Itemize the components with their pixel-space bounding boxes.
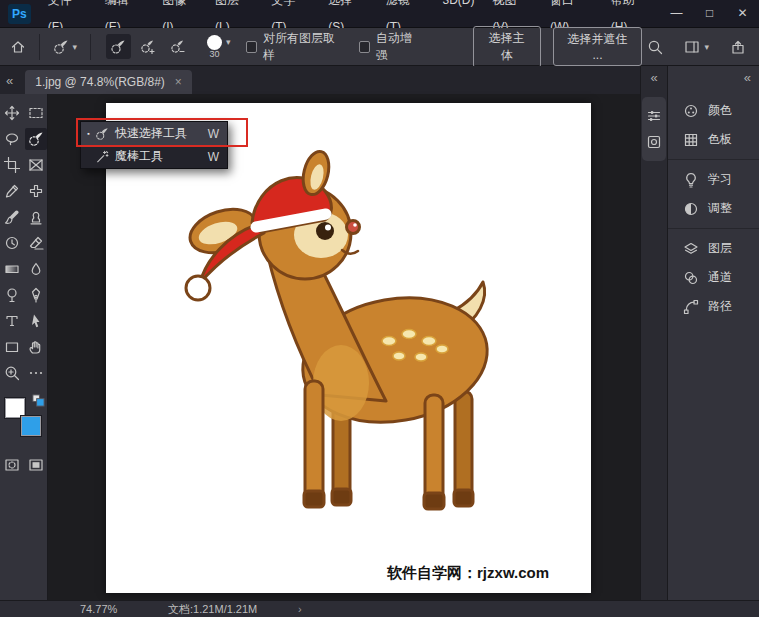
zoom-level[interactable]: 74.77% <box>80 601 117 617</box>
minimize-button[interactable]: — <box>660 0 693 27</box>
healing-brush-tool[interactable] <box>25 180 47 202</box>
edit-toolbar-button[interactable] <box>25 362 47 384</box>
home-button[interactable] <box>7 34 30 60</box>
select-subject-button[interactable]: 选择主体 <box>473 26 541 68</box>
status-expand-icon[interactable]: › <box>298 601 302 617</box>
frame-icon <box>28 157 44 173</box>
tab-close-icon[interactable]: × <box>175 75 182 89</box>
paths-panel-icon <box>683 299 699 315</box>
history-brush-icon <box>4 235 20 251</box>
share-button[interactable] <box>725 34 751 60</box>
quick-mask-button[interactable] <box>1 454 23 476</box>
close-button[interactable]: ✕ <box>726 0 759 27</box>
layers-panel-icon <box>683 241 699 257</box>
dodge-tool[interactable] <box>1 284 23 306</box>
share-icon <box>730 39 746 55</box>
brush-size-value: 30 <box>207 50 222 59</box>
gradient-tool[interactable] <box>1 258 23 280</box>
flyout-item-shortcut: W <box>208 127 219 141</box>
collapse-panels-icon[interactable]: « <box>744 70 751 85</box>
panel-item-channels[interactable]: 通道 <box>668 263 759 292</box>
blur-drop-icon <box>28 261 44 277</box>
history-brush-tool[interactable] <box>1 232 23 254</box>
marquee-icon <box>28 105 44 121</box>
subtract-from-selection-button[interactable] <box>166 34 191 59</box>
panel-item-layers[interactable]: 图层 <box>668 234 759 263</box>
shape-tool[interactable] <box>1 336 23 358</box>
quick-mask-icon <box>4 457 20 473</box>
workspace-switcher-button[interactable]: ▾ <box>680 36 713 58</box>
auto-enhance-label: 自动增强 <box>376 30 417 64</box>
panel-item-paths[interactable]: 路径 <box>668 292 759 321</box>
eyedropper-tool[interactable] <box>1 180 23 202</box>
watermark-text: 软件自学网：rjzxw.com <box>387 564 549 583</box>
sliders-icon <box>646 108 662 124</box>
clone-stamp-icon <box>28 209 44 225</box>
caret-down-icon: ▾ <box>704 42 709 52</box>
blur-tool[interactable] <box>25 258 47 280</box>
flyout-item-quick-selection[interactable]: ▪ 快速选择工具 W <box>81 122 227 145</box>
options-bar: ▾ ▾ 30 对所有图层取样 自动增强 选择主体 选择并 <box>0 28 759 66</box>
zoom-tool[interactable] <box>1 362 23 384</box>
eraser-tool[interactable] <box>25 232 47 254</box>
magic-wand-icon <box>93 150 111 164</box>
pen-tool[interactable] <box>25 284 47 306</box>
libraries-panel-button[interactable] <box>642 129 666 155</box>
move-tool[interactable] <box>1 102 23 124</box>
expand-panels-icon[interactable]: « <box>641 70 667 85</box>
options-right-group: ▾ <box>642 34 751 60</box>
subtract-from-selection-icon <box>170 39 186 55</box>
background-color-swatch[interactable] <box>21 416 41 436</box>
brush-size-dropdown[interactable]: ▾ 30 <box>207 35 231 59</box>
document-tab-title: 1.jpg @ 74.8%(RGB/8#) <box>35 75 165 89</box>
move-icon <box>4 105 20 121</box>
auto-enhance-checkbox[interactable]: 自动增强 <box>359 30 416 64</box>
gradient-icon <box>4 261 20 277</box>
panel-item-learn[interactable]: 学习 <box>668 165 759 194</box>
hand-tool[interactable] <box>25 336 47 358</box>
flyout-item-label: 魔棒工具 <box>115 148 163 165</box>
tool-preset-dropdown[interactable]: ▾ <box>49 36 82 58</box>
frame-tool[interactable] <box>25 154 47 176</box>
lasso-icon <box>4 131 20 147</box>
hand-icon <box>28 339 44 355</box>
crop-tool[interactable] <box>1 154 23 176</box>
lasso-tool[interactable] <box>1 128 23 150</box>
canvas-area: 软件自学网：rjzxw.com <box>48 94 640 600</box>
collapse-left-icon[interactable]: « <box>6 73 13 88</box>
marquee-tool[interactable] <box>25 102 47 124</box>
quick-selection-icon <box>93 127 111 141</box>
add-to-selection-button[interactable] <box>136 34 161 59</box>
properties-panel-button[interactable] <box>642 103 666 129</box>
default-colors-icon[interactable] <box>32 394 45 410</box>
quick-selection-tool[interactable] <box>25 128 47 150</box>
search-button[interactable] <box>642 34 668 60</box>
clone-stamp-tool[interactable] <box>25 206 47 228</box>
maximize-button[interactable]: □ <box>693 0 726 27</box>
quick-selection-icon <box>53 39 69 55</box>
panel-item-swatches[interactable]: 色板 <box>668 125 759 154</box>
window-controls: — □ ✕ <box>660 0 759 27</box>
panel-item-adjustments[interactable]: 调整 <box>668 194 759 223</box>
document-canvas[interactable]: 软件自学网：rjzxw.com <box>106 103 591 593</box>
type-tool[interactable] <box>1 310 23 332</box>
photoshop-window: Ps 文件(F) 编辑(E) 图像(I) 图层(L) 文字(T) 选择(S) 滤… <box>0 0 759 617</box>
panel-dock: « 颜色 色板 学习 调整 图层 <box>667 66 759 600</box>
screen-mode-button[interactable] <box>25 454 47 476</box>
document-tab[interactable]: 1.jpg @ 74.8%(RGB/8#) × <box>25 70 192 94</box>
collapsed-panel-dock: « <box>640 66 667 600</box>
selection-arrow-icon <box>28 313 44 329</box>
new-selection-button[interactable] <box>106 34 131 59</box>
path-selection-tool[interactable] <box>25 310 47 332</box>
panel-item-color[interactable]: 颜色 <box>668 96 759 125</box>
sample-all-layers-checkbox[interactable]: 对所有图层取样 <box>246 30 335 64</box>
select-and-mask-button[interactable]: 选择并遮住 ... <box>553 27 643 66</box>
panel-divider <box>668 228 759 229</box>
brush-tool[interactable] <box>1 206 23 228</box>
foreground-color-swatch[interactable] <box>5 398 25 418</box>
flyout-item-magic-wand[interactable]: 魔棒工具 W <box>81 145 227 168</box>
brush-tip-preview <box>207 35 222 50</box>
home-icon <box>10 39 26 55</box>
document-tab-bar: « 1.jpg @ 74.8%(RGB/8#) × <box>0 66 640 94</box>
ellipsis-icon <box>28 365 44 381</box>
